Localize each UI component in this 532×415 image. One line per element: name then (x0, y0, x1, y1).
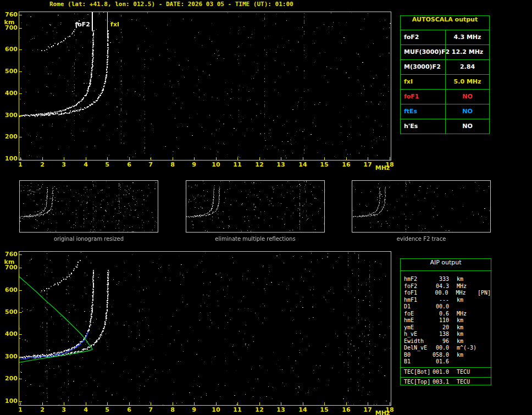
aip-row-label: Ewidth (404, 338, 430, 345)
autoscala-row: fxI5.0 MHz (401, 74, 489, 89)
aip-row-label: hmE (404, 317, 430, 324)
thumbnail-caption-f2: evidence F2 trace (352, 236, 491, 242)
aip-table-rows: hmF2333kmfoF204.3MHzfoF100.0MHz[PN]hmF1-… (401, 271, 491, 386)
x-axis-tick-label: 6 (123, 162, 136, 168)
x-axis-tick-label: 3 (57, 162, 70, 168)
aip-row-value: --- (430, 297, 449, 304)
thumbnail-original-canvas (20, 181, 158, 232)
main-ionogram-frame (19, 12, 391, 161)
x-axis-tick-label: 11 (231, 162, 244, 168)
y-axis-tick-label: 100 (1, 398, 18, 405)
aip-row-value: 110 (430, 317, 449, 324)
autoscala-row: foF24.3 MHz (401, 30, 489, 45)
aip-row-label: hmF1 (404, 297, 430, 304)
y-axis-unit-label: km (1, 19, 18, 26)
x-axis-unit-label: MHz (374, 410, 391, 415)
aip-row-value: 00.0 (430, 345, 449, 352)
autoscala-row-label: foF2 (401, 30, 445, 45)
autoscala-row: foF1NO (401, 89, 489, 104)
autoscala-row-value: 2.84 (445, 60, 489, 74)
aip-row: foF204.3MHz (404, 283, 491, 290)
aip-row-label: foF2 (404, 283, 430, 290)
aip-row-value: 04.3 (430, 283, 449, 290)
x-axis-tick-label: 17 (361, 162, 374, 168)
aip-row-unit: MHz (457, 311, 478, 318)
autoscala-row-label: fxI (401, 75, 445, 89)
aip-row-value: 0.6 (430, 311, 449, 318)
autoscala-row-label: h'Es (401, 119, 445, 134)
aip-row-label: TEC[Bot] (404, 369, 430, 376)
autoscala-output-table: AUTOSCALA output foF24.3 MHzMUF(3000)F21… (400, 15, 490, 134)
x-axis-tick-label: 5 (101, 407, 114, 413)
y-axis-tick-label: 200 (1, 375, 18, 382)
x-axis-tick-label: 8 (166, 162, 179, 168)
autoscala-row: M(3000)F22.84 (401, 59, 489, 74)
aip-row: foE0.6MHz (404, 311, 491, 318)
aip-row: h_vE138km (404, 331, 491, 338)
x-axis-tick-label: 10 (209, 162, 223, 168)
thumbnail-f2-canvas (352, 181, 490, 232)
x-axis-tick-label: 2 (36, 162, 49, 168)
thumbnail-caption-original: original ionogram resized (19, 236, 158, 242)
x-axis-tick-label: 4 (79, 162, 92, 168)
aip-row: foF100.0MHz[PN] (404, 290, 491, 297)
y-axis-tick-label: 760 (1, 12, 18, 18)
aip-row-unit: MHz (456, 290, 476, 297)
aip-row-value: 138 (430, 331, 449, 338)
autoscala-table-rows: foF24.3 MHzMUF(3000)F212.2 MHzM(3000)F22… (401, 30, 489, 134)
aip-row-unit: km (457, 352, 478, 359)
aip-table-title: AIP output (401, 259, 491, 271)
aip-row: hmF2333km (404, 276, 491, 283)
y-axis-tick-label: 300 (1, 112, 18, 119)
x-axis-tick-label: 13 (274, 407, 287, 413)
aip-row-unit (457, 303, 478, 311)
y-axis-tick-label: 500 (1, 309, 18, 316)
y-axis-tick-label: 300 (1, 353, 18, 360)
x-axis-tick-label: 14 (296, 407, 309, 413)
aip-row-unit: km (457, 331, 478, 338)
aip-row: D100.0 (404, 303, 491, 311)
x-axis-tick-label: 11 (231, 407, 244, 413)
aip-row: ymE20km (404, 324, 491, 331)
aip-row: Ewidth96km (404, 338, 491, 345)
thumbnail-filtered-ionogram (186, 180, 325, 233)
autoscala-row-label: M(3000)F2 (401, 60, 445, 74)
thumbnail-f2-trace (352, 180, 491, 233)
x-axis-tick-label: 15 (318, 407, 331, 413)
x-axis-tick-label: 3 (57, 407, 70, 413)
aip-row-unit: km (457, 317, 478, 324)
x-axis-tick-label: 13 (274, 162, 287, 168)
x-axis-tick-label: 7 (144, 162, 157, 168)
autoscala-row-label: ftEs (401, 104, 445, 119)
aip-row-unit: km (457, 297, 478, 304)
aip-output-table: AIP output hmF2333kmfoF204.3MHzfoF100.0M… (400, 258, 491, 385)
y-axis-tick-label: 400 (1, 331, 18, 337)
x-axis-tick-label: 9 (187, 162, 201, 168)
x-axis-tick-label: 4 (79, 407, 92, 413)
aip-separator (401, 377, 491, 378)
x-axis-tick-label: 15 (318, 162, 331, 168)
x-axis-tick-label: 12 (253, 162, 266, 168)
x-axis-unit-label: MHz (374, 165, 391, 171)
aip-row-label: foF1 (404, 290, 430, 297)
aip-row-unit: MHz (457, 283, 478, 290)
aip-row-label: B1 (404, 358, 430, 366)
aip-row-label: D1 (404, 303, 430, 311)
aip-row: TEC[Bot]001.0TECU (404, 369, 491, 376)
aip-row: DelN_vE00.0m^(-3) (404, 345, 491, 352)
x-axis-tick-label: 8 (166, 407, 179, 413)
y-axis-tick-label: 600 (1, 287, 18, 294)
autoscala-row-value: 4.3 MHz (445, 30, 489, 45)
header-title: Rome (lat: +41.8, lon: 012.5) - DATE: 20… (49, 1, 293, 8)
aip-row-unit (457, 358, 478, 366)
thumbnail-original-ionogram (19, 180, 158, 233)
aip-row-label: ymE (404, 324, 430, 331)
aip-row-label: TEC[Top] (404, 379, 430, 386)
aip-row-unit: km (457, 324, 478, 331)
thumbnail-caption-filtered: eliminate multiple reflections (186, 236, 325, 242)
aip-row-unit: km (457, 276, 478, 283)
x-axis-tick-label: 7 (144, 407, 157, 413)
aip-row-value: 00.0 (430, 303, 449, 311)
aip-row-extra: [PN] (478, 290, 491, 297)
aip-row-value: 058.0 (430, 352, 449, 359)
